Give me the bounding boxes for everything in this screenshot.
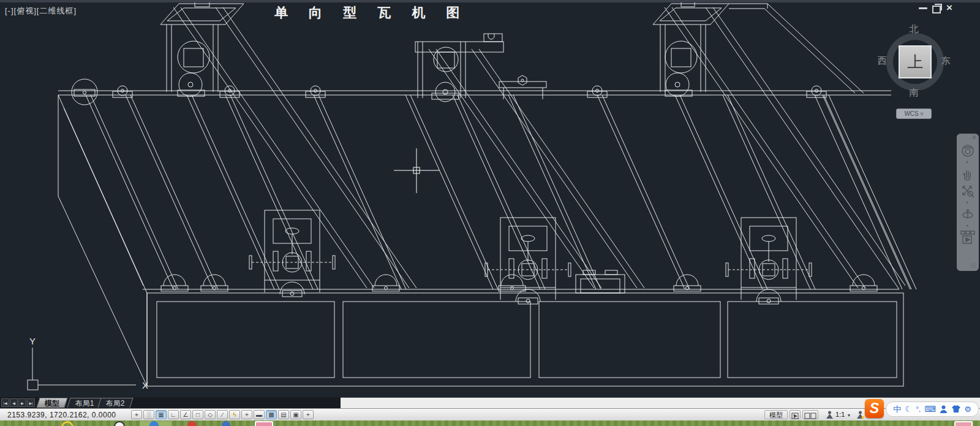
ime-logo[interactable]: S	[865, 399, 884, 418]
toggle-object-snap-tracking[interactable]: ∕	[217, 410, 228, 419]
model-space-button[interactable]: 模型	[764, 410, 788, 419]
navbar-caret-icon[interactable]: ▾	[966, 200, 968, 205]
tab-model-label: 模型	[45, 398, 59, 408]
close-icon[interactable]: ×	[944, 3, 955, 13]
ime-settings-gear-icon[interactable]: ⚙	[964, 402, 971, 416]
tab-layout1-label: 布局1	[75, 398, 94, 408]
two-rectangles-icon	[804, 413, 816, 419]
navigation-wheel-icon[interactable]	[960, 143, 975, 158]
tab-nav-prev[interactable]: ◀	[10, 398, 18, 407]
scale-dropdown-arrow-icon: ▼	[846, 413, 851, 417]
ime-account-person-icon[interactable]	[940, 405, 948, 414]
wcs-dropdown[interactable]: WCS ▿	[896, 108, 932, 119]
tower-2	[415, 34, 546, 102]
tower-1	[160, 1, 244, 96]
ime-mode-button[interactable]: 中	[893, 402, 901, 416]
ime-skin-shirt-icon[interactable]	[952, 405, 960, 413]
viewcube-top-face[interactable]: 上	[899, 45, 932, 78]
machine-bed	[58, 91, 910, 386]
taskbar-icon[interactable]	[187, 421, 197, 426]
viewcube-east[interactable]: 东	[937, 55, 955, 67]
orbit-icon[interactable]	[960, 207, 975, 222]
quick-view-layouts-button[interactable]	[802, 410, 818, 419]
quick-view-drawings-button[interactable]	[790, 410, 801, 419]
taskbar-strip	[0, 420, 980, 426]
annotation-person-icon	[856, 411, 864, 419]
toggle-transparency[interactable]: ▩	[266, 410, 277, 419]
annotation-visibility-button[interactable]	[856, 410, 864, 419]
taskbar-icon[interactable]	[255, 421, 273, 426]
zoom-extents-icon[interactable]	[960, 184, 975, 199]
command-line[interactable]	[341, 397, 980, 408]
taskbar-icon[interactable]	[954, 421, 973, 426]
navbar-caret-icon[interactable]: ▾	[966, 223, 968, 229]
status-bar: 2153.9239, 1720.2162, 0.0000 ⌖ ░ ▦ ∟ ∠ □…	[0, 408, 980, 420]
navbar-caret-icon[interactable]: ▾	[966, 159, 968, 165]
toggle-dynamic-ucs[interactable]: ϟ	[229, 410, 240, 419]
toggle-snap-mode[interactable]: ⌖	[131, 410, 142, 419]
toggle-ortho-mode[interactable]: ∟	[168, 410, 179, 419]
cursor-rect-icon	[791, 413, 799, 419]
toggle-object-snap[interactable]: □	[192, 410, 203, 419]
toggle-quick-properties[interactable]: ▤	[278, 410, 289, 419]
pan-hand-icon[interactable]	[960, 167, 975, 181]
taskbar-icon[interactable]	[61, 421, 74, 426]
viewcube-west[interactable]: 西	[873, 55, 891, 67]
viewcube-north[interactable]: 北	[905, 23, 923, 35]
ime-moon-icon[interactable]: ☾	[905, 402, 913, 416]
tower-braces	[173, 7, 905, 289]
showmotion-icon[interactable]	[960, 230, 975, 246]
toggle-grid-display[interactable]: ▦	[156, 410, 167, 419]
ucs-y-label: Y	[29, 336, 36, 346]
ucs-icon: Y X	[28, 336, 148, 390]
annotation-scale-value: 1:1	[835, 411, 845, 418]
toggle-lineweight[interactable]: ▬	[254, 410, 265, 419]
viewcube[interactable]: 北 西 东 南 上 WCS ▿	[878, 22, 954, 120]
restore-icon[interactable]	[932, 6, 941, 13]
coordinate-readout: 2153.9239, 1720.2162, 0.0000	[7, 411, 116, 419]
taskbar-icon[interactable]	[114, 421, 125, 426]
annotation-scale-control[interactable]: 1:1 ▼	[826, 410, 851, 419]
drawing-canvas[interactable]: Y X	[0, 0, 980, 397]
navbar-close-icon[interactable]: ✕	[971, 134, 977, 142]
toggle-annotation-monitor[interactable]: +	[303, 410, 314, 419]
layout-tab-bar: |◀ ◀ ▶ ▶| 模型 布局1 布局2	[0, 397, 341, 408]
minimize-icon[interactable]	[919, 7, 927, 9]
tab-nav-last[interactable]: ▶|	[27, 398, 35, 407]
navbar-collapse-icon[interactable]: ⊖	[970, 261, 976, 270]
bearing-feet	[161, 275, 877, 291]
ime-toolbar: 中 ☾ °, ⌨ ⚙	[886, 401, 979, 417]
annotation-person-icon	[826, 411, 834, 419]
tab-nav-first[interactable]: |◀	[1, 398, 9, 407]
tab-nav-next[interactable]: ▶	[18, 398, 26, 407]
tower-3	[653, 1, 864, 96]
toggle-dynamic-input[interactable]: +	[241, 410, 252, 419]
tab-layout1[interactable]: 布局1	[67, 398, 102, 408]
viewcube-south[interactable]: 南	[905, 87, 923, 99]
window-top-edge	[0, 0, 980, 2]
tab-layout2-label: 布局2	[106, 398, 125, 408]
navigation-bar[interactable]: ✕ ▾ ▾ ▾ ⊖	[957, 134, 979, 271]
viewport-controls-label[interactable]: [-][俯视][二维线框]	[5, 6, 77, 17]
tab-model[interactable]: 模型	[36, 398, 67, 408]
ucs-x-label: X	[142, 380, 148, 390]
taskbar-icon[interactable]	[149, 421, 159, 426]
ime-punctuation-button[interactable]: °,	[916, 402, 921, 416]
tab-layout2[interactable]: 布局2	[97, 398, 133, 408]
autocad-window: Y X [-][俯视][二维线框] 单 向 型 瓦 机 图 × 北 西 东 南 …	[0, 0, 980, 426]
toggle-polar-tracking[interactable]: ∠	[180, 410, 191, 419]
toggle-grid-dots[interactable]: ░	[143, 410, 154, 419]
ime-keyboard-icon[interactable]: ⌨	[924, 402, 936, 416]
toggle-object-snap-3d[interactable]: ◇	[205, 410, 216, 419]
drawing-title-text: 单 向 型 瓦 机 图	[274, 4, 469, 22]
toggle-selection-cycling[interactable]: ▣	[290, 410, 301, 419]
taskbar-icon[interactable]	[222, 421, 230, 426]
